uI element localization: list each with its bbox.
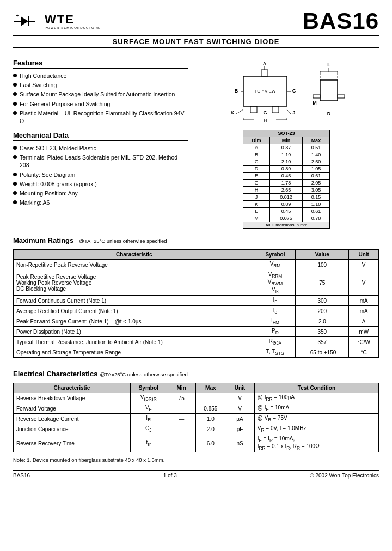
value-cell: 350 bbox=[296, 327, 349, 337]
char-cell: Junction Capacitance bbox=[14, 424, 131, 434]
char-cell: Power Dissipation (Note 1) bbox=[14, 327, 255, 337]
dim-col-max: Max bbox=[302, 137, 329, 144]
symbol-cell: IF bbox=[255, 296, 296, 306]
svg-text:A: A bbox=[263, 61, 267, 66]
unit-cell: µA bbox=[225, 414, 255, 424]
dim-col-min: Min bbox=[270, 137, 303, 144]
bullet-icon bbox=[13, 111, 17, 115]
value-cell: 200 bbox=[296, 306, 349, 316]
col-max: Max bbox=[196, 383, 225, 393]
svg-rect-27 bbox=[313, 95, 320, 98]
package-diagrams: TOP VIEW B C A H bbox=[224, 56, 348, 126]
symbol-cell: T, TSTG bbox=[255, 347, 296, 358]
list-item: Fast Switching bbox=[13, 81, 188, 89]
table-row: Peak Repetitive Reverse VoltageWorking P… bbox=[14, 270, 379, 296]
value-cell: 300 bbox=[296, 296, 349, 306]
dim-table-header: SOT-23 bbox=[243, 130, 330, 137]
condition-cell: IF = IR = 10mA,IRR = 0.1 x IR, RR = 100Ω bbox=[254, 434, 378, 452]
list-item: Surface Mount Package Ideally Suited for… bbox=[13, 90, 188, 98]
wte-logo-icon: + bbox=[13, 10, 41, 33]
bullet-icon bbox=[13, 155, 17, 159]
list-item: High Conductance bbox=[13, 72, 188, 79]
min-cell: — bbox=[167, 424, 196, 434]
col-symbol: Symbol bbox=[255, 250, 296, 260]
table-row: Average Rectified Output Current (Note 1… bbox=[14, 306, 379, 316]
col-symbol: Symbol bbox=[130, 383, 167, 393]
char-cell: Forward Continuous Current (Note 1) bbox=[14, 296, 255, 306]
table-row: Reverse Leakage Current IR — 1.0 µA @ VR… bbox=[14, 414, 379, 424]
unit-cell: mA bbox=[349, 306, 379, 316]
char-cell: Peak Forward Surge Current: (Note 1) @t … bbox=[14, 316, 255, 327]
unit-cell: V bbox=[225, 393, 255, 403]
features-section: Features High Conductance Fast Switching… bbox=[13, 53, 379, 229]
char-cell: Reverse Leakage Current bbox=[14, 414, 131, 424]
symbol-cell: V(BR)R bbox=[130, 393, 167, 403]
svg-line-25 bbox=[287, 109, 291, 114]
char-cell: Average Rectified Output Current (Note 1… bbox=[14, 306, 255, 316]
col-unit: Unit bbox=[349, 250, 379, 260]
table-row: Operating and Storage Temperature Range … bbox=[14, 347, 379, 358]
bullet-icon bbox=[13, 146, 17, 150]
min-cell: — bbox=[167, 414, 196, 424]
symbol-cell: VF bbox=[130, 403, 167, 414]
unit-cell: V bbox=[349, 260, 379, 270]
svg-rect-7 bbox=[250, 106, 257, 113]
svg-rect-28 bbox=[338, 95, 345, 98]
dim-col-dim: Dim bbox=[243, 137, 270, 144]
elec-chars-section: Electrical Characteristics @TA=25°C unle… bbox=[13, 364, 379, 452]
symbol-cell: IFM bbox=[255, 316, 296, 327]
unit-cell: V bbox=[349, 270, 379, 296]
svg-text:H: H bbox=[264, 118, 267, 123]
min-cell: 75 bbox=[167, 393, 196, 403]
footer-part: BAS16 bbox=[13, 473, 30, 479]
package-label: SOT-23 bbox=[243, 130, 330, 137]
dim-row-K: K0.891.10 bbox=[243, 201, 330, 208]
max-ratings-section: Maximum Ratings @TA=25°C unless otherwis… bbox=[13, 231, 379, 358]
note-section: Note: 1. Device mounted on fiberglass su… bbox=[13, 457, 379, 463]
svg-rect-9 bbox=[261, 70, 268, 76]
dim-col-headers: Dim Min Max bbox=[243, 137, 330, 144]
dim-row-footnote: All Dimensions in mm bbox=[243, 222, 330, 229]
svg-text:+: + bbox=[16, 13, 19, 19]
dim-row-C: C2.102.50 bbox=[243, 158, 330, 166]
value-cell: 2.0 bbox=[296, 316, 349, 327]
table-row: Forward Continuous Current (Note 1) IF 3… bbox=[14, 296, 379, 306]
dim-row-B: B1.191.40 bbox=[243, 151, 330, 158]
svg-text:G: G bbox=[263, 110, 267, 115]
col-value: Value bbox=[296, 250, 349, 260]
char-cell: Reverse Recovery Time bbox=[14, 434, 131, 452]
symbol-cell: VRM bbox=[255, 260, 296, 270]
bullet-icon bbox=[13, 83, 17, 87]
dim-row-M: M0.0750.78 bbox=[243, 215, 330, 222]
value-cell: 357 bbox=[296, 337, 349, 347]
mechanical-title: Mechanical Data bbox=[13, 131, 188, 141]
svg-text:K: K bbox=[231, 110, 235, 115]
char-cell: Peak Repetitive Reverse VoltageWorking P… bbox=[14, 270, 255, 296]
svg-rect-8 bbox=[272, 106, 279, 113]
min-cell: — bbox=[167, 434, 196, 452]
condition-cell: @ VR = 75V bbox=[254, 414, 378, 424]
svg-line-22 bbox=[236, 109, 243, 114]
max-cell: 6.0 bbox=[196, 434, 225, 452]
symbol-cell: RΘJA bbox=[255, 337, 296, 347]
list-item: Plastic Material – UL Recognition Flamma… bbox=[13, 109, 188, 125]
features-title: Features bbox=[13, 59, 188, 69]
logo-area: + WTE POWER SEMICONDUCTORS bbox=[13, 10, 100, 33]
condition-cell: @ IF = 10mA bbox=[254, 403, 378, 414]
bullet-icon bbox=[13, 102, 17, 106]
sot23-side-diagram: L M D bbox=[310, 56, 348, 126]
char-cell: Non-Repetitive Peak Reverse Voltage bbox=[14, 260, 255, 270]
svg-text:L: L bbox=[327, 62, 330, 68]
svg-text:B: B bbox=[235, 88, 238, 94]
max-cell: 2.0 bbox=[196, 424, 225, 434]
wte-subtitle: POWER SEMICONDUCTORS bbox=[45, 26, 100, 29]
col-min: Min bbox=[167, 383, 196, 393]
dim-row-E: E0.450.61 bbox=[243, 173, 330, 180]
part-number-heading: BAS16 bbox=[303, 10, 379, 33]
features-col: Features High Conductance Fast Switching… bbox=[13, 53, 188, 229]
value-cell: 100 bbox=[296, 260, 349, 270]
svg-text:J: J bbox=[292, 110, 295, 115]
wte-brand: WTE bbox=[45, 14, 100, 26]
col-characteristic: Characteristic bbox=[14, 250, 255, 260]
dim-row-D: D0.891.05 bbox=[243, 166, 330, 173]
